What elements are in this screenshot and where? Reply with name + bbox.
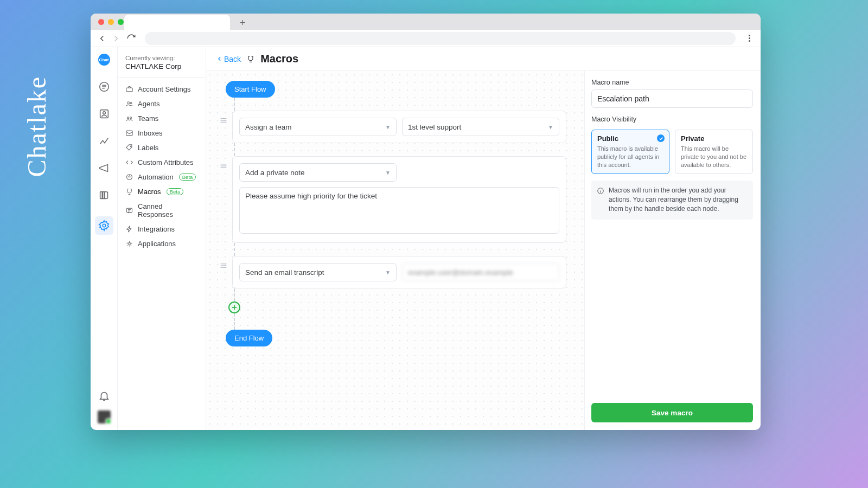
- browser-titlebar: +: [91, 14, 761, 30]
- sidebar-item-macros[interactable]: Macros Beta: [118, 184, 206, 199]
- svg-point-5: [127, 102, 130, 104]
- browser-window: + Chat Currently viewing: CHATLAK: [91, 14, 761, 430]
- notifications-icon[interactable]: [98, 390, 110, 402]
- app-logo-icon[interactable]: Chat: [98, 54, 110, 66]
- svg-rect-9: [126, 131, 132, 136]
- brand-logo: Chatlake: [22, 76, 52, 177]
- svg-point-13: [129, 243, 131, 245]
- sidebar-item-label: Applications: [138, 240, 176, 248]
- svg-rect-20: [221, 264, 227, 264]
- visibility-private-option[interactable]: Private This macro will be private to yo…: [675, 130, 753, 174]
- new-tab-button[interactable]: +: [240, 17, 246, 29]
- info-text: Macros will run in the order you add you…: [609, 186, 748, 214]
- chevron-left-icon: [216, 55, 223, 62]
- back-label: Back: [224, 55, 241, 63]
- contacts-icon[interactable]: [98, 108, 110, 120]
- svg-point-2: [103, 112, 105, 114]
- sidebar-item-inboxes[interactable]: Inboxes: [118, 126, 206, 140]
- app-rail: Chat: [91, 47, 118, 430]
- page-header: Back Macros: [206, 47, 761, 71]
- sidebar-item-integrations[interactable]: Integrations: [118, 222, 206, 236]
- drag-handle-icon[interactable]: [219, 116, 228, 125]
- visibility-title: Public: [597, 134, 663, 143]
- bolt-icon: [125, 225, 133, 233]
- window-maximize-icon[interactable]: [118, 19, 124, 25]
- flow-canvas: Start Flow Assign a team ▼: [206, 71, 584, 430]
- window-close-icon[interactable]: [98, 19, 104, 25]
- action-select[interactable]: Add a private note ▼: [239, 163, 397, 182]
- browser-tab[interactable]: [124, 15, 230, 30]
- start-flow-pill: Start Flow: [226, 81, 275, 98]
- visibility-title: Private: [681, 134, 747, 143]
- svg-rect-16: [221, 122, 227, 123]
- visibility-public-option[interactable]: Public This macro is available publicly …: [591, 130, 669, 174]
- macro-node: Assign a team ▼ 1st level support ▼: [232, 111, 566, 143]
- visibility-label: Macro Visibility: [591, 115, 753, 123]
- info-callout: Macros will run in the order you add you…: [591, 181, 753, 220]
- action-value: Assign a team: [245, 123, 292, 131]
- team-select[interactable]: 1st level support ▼: [402, 118, 559, 136]
- reload-icon[interactable]: [126, 34, 136, 43]
- chevron-down-icon: ▼: [548, 124, 553, 130]
- nav-back-icon[interactable]: [97, 34, 107, 43]
- add-node-button[interactable]: +: [228, 301, 240, 313]
- macro-node: Send an email transcript ▼: [232, 256, 566, 288]
- address-bar[interactable]: [145, 32, 736, 45]
- chevron-down-icon: ▼: [385, 124, 391, 130]
- page-title: Macros: [260, 53, 298, 65]
- campaigns-icon[interactable]: [98, 162, 110, 174]
- beta-badge: Beta: [179, 174, 196, 181]
- sidebar-item-label: Inboxes: [138, 129, 163, 137]
- avatar[interactable]: [98, 410, 111, 423]
- svg-point-8: [130, 117, 131, 119]
- back-button[interactable]: Back: [216, 55, 241, 63]
- chevron-down-icon: ▼: [385, 269, 391, 275]
- tag-icon: [125, 144, 133, 152]
- sidebar-item-agents[interactable]: Agents: [118, 97, 206, 111]
- save-macro-button[interactable]: Save macro: [591, 403, 753, 422]
- macros-icon: [125, 188, 133, 196]
- svg-rect-12: [127, 208, 132, 213]
- sidebar-item-label: Teams: [138, 114, 158, 123]
- drag-handle-icon[interactable]: [219, 162, 228, 170]
- macro-node: Add a private note ▼: [232, 156, 566, 243]
- sidebar-item-canned-responses[interactable]: Canned Responses: [118, 199, 206, 222]
- conversations-icon[interactable]: [98, 81, 110, 93]
- org-name: CHATLAKE Corp: [125, 62, 198, 70]
- action-select[interactable]: Assign a team ▼: [239, 118, 397, 136]
- sidebar-item-label: Automation: [138, 173, 174, 181]
- svg-point-6: [130, 102, 132, 104]
- team-icon: [125, 114, 133, 123]
- browser-menu-icon[interactable]: [744, 34, 754, 43]
- org-switcher[interactable]: Currently viewing: CHATLAKE Corp: [118, 53, 206, 78]
- code-icon: [125, 158, 133, 166]
- sidebar-item-teams[interactable]: Teams: [118, 111, 206, 126]
- sidebar-item-label: Account Settings: [138, 85, 191, 93]
- svg-rect-18: [221, 165, 227, 166]
- sidebar-item-custom-attributes[interactable]: Custom Attributes: [118, 155, 206, 170]
- sidebar-item-labels[interactable]: Labels: [118, 140, 206, 155]
- apps-icon: [125, 240, 133, 248]
- sidebar-item-account-settings[interactable]: Account Settings: [118, 82, 206, 97]
- browser-toolbar: [91, 30, 761, 47]
- window-minimize-icon[interactable]: [108, 19, 114, 25]
- settings-sidebar: Currently viewing: CHATLAKE Corp Account…: [118, 47, 206, 430]
- svg-point-7: [127, 117, 129, 119]
- svg-rect-17: [221, 164, 227, 164]
- sidebar-item-applications[interactable]: Applications: [118, 236, 206, 251]
- sidebar-item-automation[interactable]: Automation Beta: [118, 170, 206, 184]
- action-select[interactable]: Send an email transcript ▼: [239, 263, 397, 281]
- macro-name-input[interactable]: [591, 89, 753, 108]
- help-center-icon[interactable]: [98, 189, 110, 201]
- private-note-input[interactable]: [239, 187, 559, 234]
- reports-icon[interactable]: [98, 135, 110, 147]
- svg-rect-22: [221, 267, 227, 268]
- drag-handle-icon[interactable]: [219, 261, 228, 270]
- check-icon: [657, 134, 665, 142]
- settings-icon[interactable]: [95, 216, 113, 235]
- automation-icon: [125, 173, 133, 181]
- svg-rect-19: [221, 168, 227, 168]
- transcript-email-input[interactable]: [402, 263, 559, 281]
- nav-forward-icon[interactable]: [111, 34, 121, 43]
- people-icon: [125, 100, 133, 108]
